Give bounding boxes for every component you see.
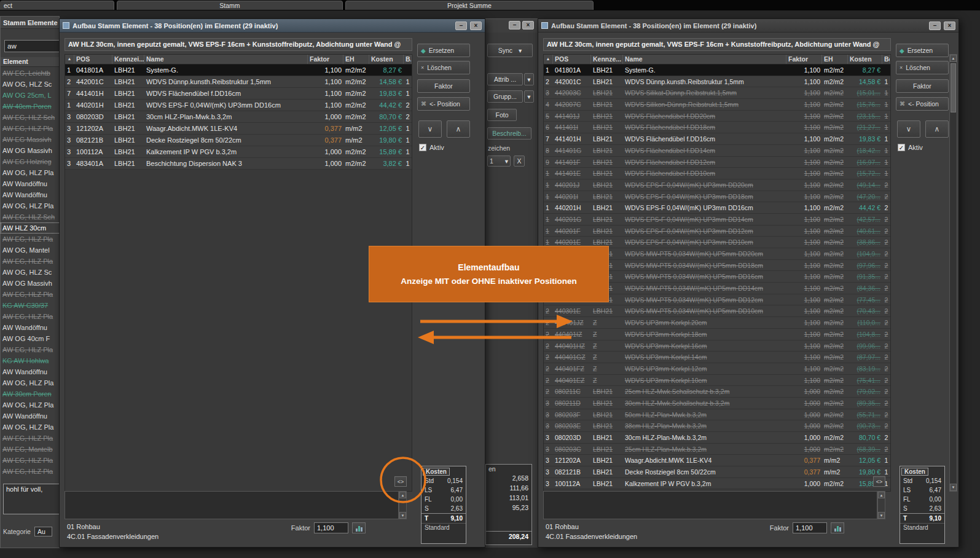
table-row[interactable]: 3080203ELBH2138cm HLZ-Plan-Mwk.b.3,2m1,0… — [544, 420, 890, 432]
element-list-item[interactable]: AW EG, HLZ Pla — [1, 256, 60, 267]
element-list-item[interactable]: AW EG, HLZ Pla — [1, 234, 60, 245]
column-header[interactable]: Kosten — [369, 55, 404, 64]
loeschen-button[interactable]: × Löschen — [896, 61, 949, 74]
ersetzen-button[interactable]: ◆ Ersetzen — [896, 44, 949, 57]
column-header[interactable]: Faktor — [786, 55, 822, 64]
column-header[interactable]: POS — [553, 55, 591, 64]
faktor-input[interactable] — [793, 522, 827, 533]
element-list-item[interactable]: AW Wandöffnu — [1, 189, 60, 200]
table-row[interactable]: 7441401HLBH21WDVS Flächendübel f.DD16cm1… — [65, 88, 412, 100]
sync-button[interactable]: Sync ▾ — [487, 44, 533, 57]
table-row[interactable]: 1440201HLBH21WDVS EPS-F 0,04W/(mK) UP3mm… — [65, 100, 412, 111]
column-header[interactable]: Name — [144, 55, 308, 64]
table-row[interactable]: 3080203DLBH2130cm HLZ-Plan-Mwk.b.3,2m1,0… — [544, 432, 890, 444]
element-list-item[interactable]: AW OG, HLZ Pla — [1, 200, 60, 211]
element-list-item[interactable]: AW EG, HLZ Pla — [1, 289, 60, 300]
table-row[interactable]: 1440201JLBH21WDVS EPS-F 0,04W/(mK) UP3mm… — [544, 179, 890, 191]
table-row[interactable]: 1441401ELBH21WDVS Flächendübel f.DD10cm1… — [544, 168, 890, 179]
attribute-dropdown-icon[interactable]: ▾ — [524, 73, 534, 85]
element-list-item[interactable]: AW EG, HLZ Pla — [1, 466, 60, 477]
move-down-button[interactable]: ∨ — [418, 120, 442, 138]
attribute-button[interactable]: Attrib ... — [487, 73, 523, 85]
element-list-item[interactable]: AW OG, HLZ Sc — [1, 79, 60, 90]
element-list-item[interactable]: AW OG, HLZ Pla — [1, 167, 60, 178]
faktor-button[interactable]: Faktor — [896, 79, 949, 93]
column-header[interactable]: Name — [623, 55, 786, 64]
scroll-down-icon[interactable]: ▼ — [950, 484, 957, 491]
move-down-button[interactable]: ∨ — [897, 120, 920, 138]
description-area[interactable] — [65, 491, 399, 519]
element-list-item[interactable]: AW EG, HLZ Pla — [1, 311, 60, 322]
close-icon[interactable]: × — [470, 22, 482, 30]
element-list-item[interactable]: KG AW Hohlwa — [1, 355, 60, 366]
column-header[interactable]: POS — [74, 55, 112, 64]
table-row[interactable]: 2440301ELBH21WDVS MW-PT5 0,034W/(mK) UP5… — [544, 305, 890, 317]
aktiv-checkbox[interactable]: ✓ Aktiv — [898, 144, 923, 151]
table-row[interactable]: 3080211DLBH2130cm HLZ-Mwk.Schallschutz b… — [544, 398, 890, 409]
description-scrollbar[interactable]: ▲ ▼ — [399, 491, 407, 519]
column-header[interactable]: Be — [882, 55, 890, 64]
table-row[interactable]: 2440401FZZWDVS UP3mm Korkpl.12cm1,100m2/… — [544, 363, 890, 375]
table-row[interactable]: 1440201GLBH21WDVS EPS-F 0,04W/(mK) UP3mm… — [544, 214, 890, 226]
scroll-up-icon[interactable]: ▲ — [950, 55, 957, 62]
table-row[interactable]: 3483401ALBH21Beschichtung Dispersion NAK… — [65, 158, 412, 170]
beschreibung-button[interactable]: Beschreib... — [487, 127, 531, 140]
sort-icon[interactable]: ▲ — [544, 55, 553, 64]
element-list-item[interactable]: AW OG, Mantel — [1, 245, 60, 256]
table-row[interactable]: 3442003CLBH21WDVS Silikat-Dünnp.Reibstru… — [544, 87, 890, 99]
table-row[interactable]: 3100112ALBH21Kalkzement IP W PGV b.3,2m1… — [65, 146, 412, 158]
table-row[interactable]: 3082121BLBH21Decke Rostziegel 8cm 50/22c… — [65, 135, 412, 146]
element-list-item[interactable]: AW EG Massivh — [1, 134, 60, 145]
table-row[interactable]: 6441401ILBH21WDVS Flächendübel f.DD18cm1… — [544, 122, 890, 133]
table-row[interactable]: 2440401EZZWDVS UP3mm Korkpl.10cm1,100m2/… — [544, 375, 890, 387]
table-row[interactable]: 2440401JZZWDVS UP3mm Korkpl.20cm1,100m2/… — [544, 317, 890, 329]
table-row[interactable]: 2442001CLBH21WDVS Dünnp.kunsth.Reibstruk… — [65, 76, 412, 88]
column-header[interactable]: Kennzei... — [112, 55, 144, 64]
table-row[interactable]: 2440401GZZWDVS UP3mm Korkpl.14cm1,100m2/… — [544, 352, 890, 363]
element-list-item[interactable]: AW EG, HLZ Sch — [1, 112, 60, 123]
ersetzen-button[interactable]: ◆ Ersetzen — [417, 44, 470, 57]
element-list-item[interactable]: AW OG, HLZ Sc — [1, 267, 60, 278]
position-button[interactable]: ⌘ <- Position — [417, 97, 470, 111]
table-row[interactable]: 3121202ALBH21Waagr.Abdicht.MWK 1LE-KV40,… — [65, 123, 412, 135]
column-header[interactable]: B... — [404, 55, 412, 64]
gruppe-button[interactable]: Grupp... — [487, 90, 523, 103]
toggle-inactive-button[interactable]: <> — [873, 476, 885, 487]
element-list-item[interactable]: AW EG, HLZ Pla — [1, 123, 60, 134]
move-up-button[interactable]: ∧ — [925, 120, 949, 138]
column-header[interactable]: Faktor — [308, 55, 343, 64]
table-row[interactable]: 1440201FLBH21WDVS EPS-F 0,04W/(mK) UP3mm… — [544, 226, 890, 237]
table-scrollbar[interactable]: ▲ ▼ — [949, 54, 957, 492]
aktiv-checkbox[interactable]: ✓ Aktiv — [419, 144, 444, 151]
element-list-item[interactable]: AW OG, HLZ Pla — [1, 399, 60, 411]
scroll-down-icon[interactable]: ▼ — [399, 512, 406, 519]
chart-button[interactable] — [352, 522, 366, 533]
element-list-item[interactable]: AW EG, HLZ Pla — [1, 433, 60, 444]
element-list-item[interactable]: AW 30cm Poren — [1, 388, 60, 399]
close-icon[interactable]: × — [522, 21, 534, 29]
element-list-item[interactable]: AW HLZ 30cm — [1, 222, 60, 234]
element-list-item[interactable]: AW OG 40cm F — [1, 333, 60, 344]
toggle-inactive-button[interactable]: <> — [394, 476, 407, 487]
close-icon[interactable]: × — [944, 22, 955, 30]
element-list-item[interactable]: AW EG, HLZ Pla — [1, 344, 60, 355]
sort-icon[interactable]: ▲ — [65, 55, 74, 64]
description-area[interactable] — [543, 491, 877, 519]
element-list-item[interactable]: AW OG Massivh — [1, 278, 60, 289]
element-list-item[interactable]: KG AW C30/37 — [1, 300, 60, 311]
element-list-item[interactable]: AW EG Holzrieg — [1, 156, 60, 167]
table-row[interactable]: 3080203DLBH2130cm HLZ-Plan-Mwk.b.3,2m1,0… — [65, 111, 412, 123]
table-row[interactable]: 3121202ALBH21Waagr.Abdicht.MWK 1LE-KV40,… — [544, 455, 890, 466]
gruppe-dropdown-icon[interactable]: ▾ — [524, 90, 534, 103]
window-titlebar[interactable]: Aufbau Stamm Element - 38 Position(en) i… — [60, 19, 485, 33]
element-list-item[interactable]: AW OG 25cm, L — [1, 90, 60, 101]
search-input[interactable] — [4, 40, 60, 52]
element-list-item[interactable]: AW EG, Leichtb — [1, 68, 60, 79]
table-row[interactable]: 4442007CLBH21WDVS Silikon-Dünnp.Reibstru… — [544, 99, 890, 111]
scroll-up-icon[interactable]: ▲ — [399, 492, 406, 498]
scroll-down-icon[interactable]: ▼ — [878, 512, 885, 519]
faktor-input[interactable] — [314, 522, 348, 533]
element-list-item[interactable]: AW EG, HLZ Sch — [1, 211, 60, 222]
table-row[interactable]: 2442001CLBH21WDVS Dünnp.kunsth.Reibstruk… — [544, 76, 890, 88]
loeschen-button[interactable]: × Löschen — [417, 61, 470, 74]
